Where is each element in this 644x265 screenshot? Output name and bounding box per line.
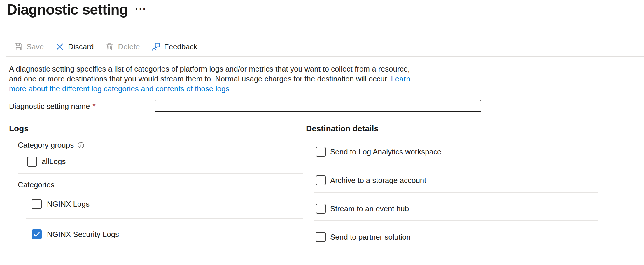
required-asterisk: *: [92, 102, 95, 111]
feedback-icon: [152, 42, 160, 51]
logs-divider-top: [18, 173, 303, 174]
save-icon: [14, 42, 23, 51]
destination-divider-4: [314, 249, 598, 249]
checkbox-send-to-partner-solution[interactable]: [316, 232, 326, 242]
checkbox-nginx-logs-label[interactable]: NGINX Logs: [47, 199, 90, 209]
command-bar: Save Discard Delete: [14, 40, 197, 54]
checkbox-nginx-logs[interactable]: [32, 199, 42, 209]
feedback-button[interactable]: Feedback: [152, 42, 197, 51]
feedback-label: Feedback: [164, 42, 197, 51]
logs-heading: Logs: [9, 124, 29, 134]
checkbox-archive-to-storage-label[interactable]: Archive to a storage account: [330, 175, 426, 185]
destination-divider-3: [314, 220, 598, 221]
delete-icon: [105, 42, 114, 51]
discard-icon: [55, 42, 64, 51]
checkbox-archive-to-storage[interactable]: [316, 175, 326, 185]
destination-details-heading: Destination details: [306, 124, 379, 134]
diagnostic-setting-name-label: Diagnostic setting name *: [9, 100, 96, 113]
checkbox-nginx-security-logs[interactable]: [32, 229, 42, 239]
destination-divider-2: [314, 192, 598, 193]
checkbox-stream-to-event-hub-label[interactable]: Stream to an event hub: [330, 204, 409, 214]
category-groups-label: Category groups: [18, 140, 74, 150]
discard-button[interactable]: Discard: [55, 42, 94, 51]
page-description: A diagnostic setting specifies a list of…: [9, 64, 410, 94]
delete-button[interactable]: Delete: [105, 42, 140, 51]
checkbox-stream-to-event-hub[interactable]: [316, 204, 326, 214]
description-line-2-text: and one or more destinations that you wo…: [9, 74, 391, 83]
delete-label: Delete: [118, 42, 140, 51]
discard-label: Discard: [68, 42, 94, 51]
diagnostic-setting-name-input[interactable]: [155, 100, 481, 112]
checkbox-nginx-security-logs-label[interactable]: NGINX Security Logs: [47, 229, 119, 239]
page-title: Diagnostic setting: [7, 1, 128, 18]
checkbox-alllogs[interactable]: [27, 157, 37, 167]
toolbar-divider: [6, 56, 644, 57]
logs-divider-middle: [26, 218, 303, 219]
checkbox-send-to-log-analytics-label[interactable]: Send to Log Analytics workspace: [330, 147, 442, 157]
learn-more-link-continued[interactable]: more about the different log categories …: [9, 84, 229, 93]
info-icon[interactable]: [78, 142, 84, 149]
checkbox-alllogs-label[interactable]: allLogs: [42, 156, 66, 166]
checkbox-send-to-partner-solution-label[interactable]: Send to partner solution: [330, 232, 411, 242]
learn-more-link[interactable]: Learn: [391, 74, 410, 83]
diagnostic-setting-page: Diagnostic setting ··· Save Discard: [0, 0, 644, 265]
diagnostic-setting-name-text: Diagnostic setting name: [9, 102, 90, 111]
destination-divider-1: [314, 164, 598, 164]
description-line-3: more about the different log categories …: [9, 84, 410, 94]
checkbox-send-to-log-analytics[interactable]: [316, 147, 326, 157]
logs-divider-bottom: [26, 249, 303, 249]
categories-label: Categories: [18, 180, 55, 189]
save-label: Save: [27, 42, 44, 51]
save-button[interactable]: Save: [14, 42, 44, 51]
more-menu-button[interactable]: ···: [135, 5, 147, 13]
description-line-2: and one or more destinations that you wo…: [9, 74, 410, 84]
description-line-1: A diagnostic setting specifies a list of…: [9, 64, 410, 74]
